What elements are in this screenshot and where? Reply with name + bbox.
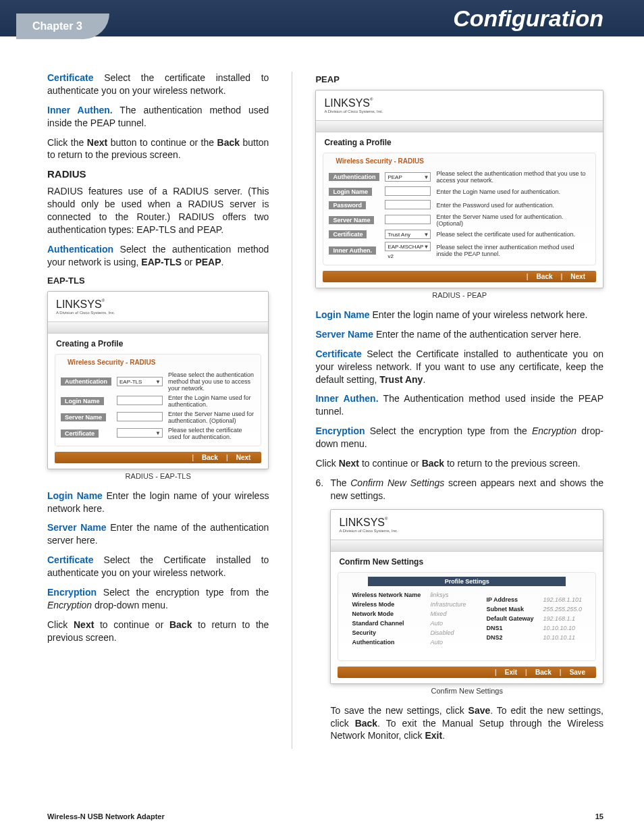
setting-value: Auto	[426, 619, 470, 627]
para-certificate-r: Certificate Select the Certificate insta…	[315, 348, 603, 386]
setting-key: Default Gateway	[482, 615, 537, 623]
setting-key: DNS2	[482, 633, 537, 642]
field-input[interactable]: EAP-MSCHAP v2	[385, 242, 431, 251]
setting-key: DNS1	[482, 624, 537, 632]
card-title-confirm: Confirm New Settings	[331, 556, 603, 572]
field-label: Login Name	[61, 397, 104, 405]
field-input[interactable]	[385, 186, 431, 196]
setting-key: Security	[348, 629, 425, 637]
linksys-logo: LINKSYS®	[339, 517, 595, 529]
term-inner-authen: Inner Authen.	[47, 105, 113, 115]
eaptls-form-table: AuthenticationEAP-TLSPlease select the a…	[58, 370, 258, 442]
linksys-sublogo: A Division of Cisco Systems, Inc.	[324, 109, 595, 113]
figcaption-eaptls: RADIUS - EAP-TLS	[47, 472, 269, 480]
save-button[interactable]: Save	[566, 669, 589, 676]
field-label: Inner Authen.	[329, 246, 376, 255]
setting-value: linksys	[426, 591, 470, 599]
para-next-back-2: Click Next to continue or Back to return…	[47, 619, 269, 644]
field-input[interactable]	[385, 215, 431, 224]
field-label: Server Name	[329, 216, 374, 224]
field-hint: Enter the Password used for authenticati…	[433, 199, 593, 212]
term-certificate: Certificate	[47, 72, 93, 83]
para-next-back-r: Click Next to continue or Back to return…	[315, 457, 603, 470]
para-radius-desc: RADIUS features use of a RADIUS server. …	[47, 185, 269, 236]
setting-value: 192.168.1.1	[539, 615, 586, 623]
setting-value: Auto	[426, 638, 470, 646]
setting-key: Wireless Network Name	[348, 591, 425, 599]
field-hint: Please select the inner authentication m…	[433, 240, 593, 261]
para-inner-authen-r: Inner Authen. The Authentication method …	[315, 392, 603, 418]
setting-value: 255.255.255.0	[539, 605, 586, 613]
profile-settings-heading: Profile Settings	[368, 577, 566, 586]
field-input[interactable]	[117, 428, 163, 438]
para-login-name-r: Login Name Enter the login name of your …	[315, 309, 603, 321]
para-inner-authen: Inner Authen. The authentication method …	[47, 104, 269, 130]
heading-peap: PEAP	[315, 74, 603, 84]
page-title: Configuration	[453, 5, 603, 32]
exit-button[interactable]: Exit	[501, 669, 521, 676]
para-next-back: Click the Next button to continue or the…	[47, 136, 269, 162]
card-subheader: Wireless Security - RADIUS	[326, 157, 593, 169]
right-column: PEAP LINKSYS® A Division of Cisco System…	[315, 72, 603, 749]
figure-radius-peap: LINKSYS® A Division of Cisco Systems, In…	[315, 90, 603, 288]
para-certificate: Certificate Select the certificate insta…	[47, 72, 269, 97]
para-encryption-r: Encryption Select the encryption type fr…	[315, 425, 603, 450]
para-encryption: Encryption Select the encryption type fr…	[47, 586, 269, 612]
heading-radius: RADIUS	[47, 168, 269, 180]
field-input[interactable]: PEAP	[385, 172, 431, 182]
field-label: Authentication	[61, 377, 111, 386]
field-hint: Enter the Login Name used for authentica…	[165, 393, 258, 409]
setting-value: Mixed	[426, 610, 470, 618]
field-label: Login Name	[329, 188, 372, 196]
field-hint: Enter the Server Name used for authentic…	[165, 409, 258, 425]
chapter-label: Chapter 3	[16, 14, 109, 39]
field-input[interactable]	[117, 412, 163, 421]
back-button[interactable]: Back	[531, 669, 556, 676]
field-input[interactable]	[117, 396, 163, 405]
heading-eaptls: EAP-TLS	[47, 276, 269, 286]
field-input[interactable]	[385, 200, 431, 209]
field-label: Authentication	[329, 173, 379, 181]
setting-key: IP Address	[482, 596, 537, 604]
page-footer: Wireless-N USB Network Adapter 15	[47, 812, 603, 820]
field-hint: Enter the Server Name used for authentic…	[433, 212, 593, 228]
field-input[interactable]: Trust Any	[385, 230, 431, 239]
field-label: Server Name	[61, 413, 106, 421]
card-title-creating: Creating a Profile	[48, 338, 268, 354]
left-column: Certificate Select the certificate insta…	[47, 72, 269, 749]
card-title-creating: Creating a Profile	[316, 136, 603, 153]
figcaption-peap: RADIUS - PEAP	[315, 291, 603, 299]
figcaption-confirm: Confirm New Settings	[330, 687, 603, 695]
figure-confirm-settings: LINKSYS® A Division of Cisco Systems, In…	[330, 509, 603, 684]
setting-value: 192.168.1.101	[539, 596, 586, 604]
field-label: Certificate	[329, 230, 367, 238]
linksys-logo: LINKSYS®	[324, 97, 595, 109]
field-input[interactable]: EAP-TLS	[117, 377, 163, 386]
card-subheader: Wireless Security - RADIUS	[58, 359, 258, 370]
next-button[interactable]: Next	[566, 273, 589, 280]
field-hint: Please select the authentication method …	[165, 370, 258, 393]
linksys-sublogo: A Division of Cisco Systems, Inc.	[56, 311, 260, 315]
footer-page-number: 15	[595, 812, 603, 820]
back-button[interactable]: Back	[533, 273, 557, 280]
para-server-name: Server Name Enter the name of the authen…	[47, 521, 269, 547]
setting-value: Infrastructure	[426, 600, 470, 608]
field-hint: Please select the certificate used for a…	[165, 425, 258, 442]
field-hint: Please select the certificate used for a…	[433, 228, 593, 240]
setting-value: 10.10.10.10	[539, 624, 586, 632]
figure-radius-eaptls: LINKSYS® A Division of Cisco Systems, In…	[47, 291, 269, 469]
setting-key: Wireless Mode	[348, 600, 425, 608]
para-server-name-r: Server Name Enter the name of the authen…	[315, 328, 603, 341]
peap-form-table: AuthenticationPEAPPlease select the auth…	[326, 169, 593, 261]
term-authentication: Authentication	[47, 244, 113, 255]
setting-key: Authentication	[348, 638, 425, 646]
linksys-logo: LINKSYS®	[56, 298, 260, 311]
para-save-back-exit: To save the new settings, click Save. To…	[330, 704, 603, 743]
field-hint: Enter the Login Name used for authentica…	[433, 185, 593, 199]
setting-key: Network Mode	[348, 610, 425, 618]
para-authentication: Authentication Select the authentication…	[47, 243, 269, 269]
field-label: Certificate	[61, 429, 99, 438]
back-button[interactable]: Back	[198, 454, 222, 461]
next-button[interactable]: Next	[232, 454, 255, 461]
setting-key: Subnet Mask	[482, 605, 537, 613]
